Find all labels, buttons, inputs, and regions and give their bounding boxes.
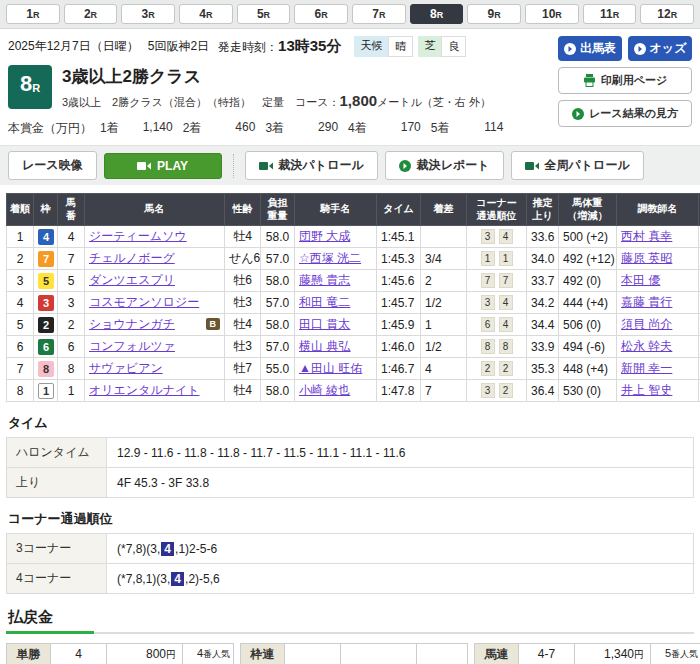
corner-order-chip: 8 — [481, 339, 495, 354]
last-3f: 34.2 — [527, 292, 559, 314]
last-3f: 33.6 — [527, 226, 559, 248]
jockey-link[interactable]: 和田 竜二 — [299, 295, 350, 309]
race-tab[interactable]: 11R — [583, 4, 637, 24]
race-tab[interactable]: 9R — [467, 4, 521, 24]
jockey-cell: ☆西塚 洸二 — [295, 248, 377, 270]
race-tab-suffix: R — [206, 10, 213, 20]
corner-order-chip: 2 — [499, 361, 513, 376]
trainer-cell: 藤原 英昭 — [617, 248, 699, 270]
finish-position: 3 — [7, 270, 34, 292]
payout-table-left: 単勝 4 800円 4番人気 複勝 4 200円 3番人気 7 160円 2番人… — [6, 643, 234, 664]
race-tab[interactable]: 6R — [294, 4, 348, 24]
jockey-link[interactable]: 横山 典弘 — [299, 339, 350, 353]
horse-name-link[interactable]: ショウナンガチ — [89, 317, 175, 331]
results-guide-button[interactable]: レース結果の見方 — [558, 100, 692, 127]
trainer-link[interactable]: 須貝 尚介 — [621, 317, 672, 331]
trainer-link[interactable]: 嘉藤 貴行 — [621, 295, 672, 309]
horse-name-cell: チェルノボーグ — [85, 248, 225, 270]
race-tab[interactable]: 3R — [121, 4, 175, 24]
odds-button[interactable]: オッズ — [628, 36, 692, 61]
corner-order-cell: 22 — [467, 358, 527, 380]
prize-item: 5着114 — [431, 120, 514, 137]
finish-time: 1:45.3 — [377, 248, 421, 270]
horse-name-link[interactable]: コスモアンソロジー — [89, 295, 199, 309]
corner-table: 3コーナー (*7,8)(3,4,1)2-5-6 4コーナー (*7,8,1)(… — [6, 533, 694, 594]
prize-item: 1着1,140 — [100, 120, 183, 137]
print-page-button[interactable]: 印刷用ページ — [558, 67, 692, 94]
horse-name-cell: コスモアンソロジー — [85, 292, 225, 314]
turf-condition: 良 — [441, 36, 466, 57]
horse-name-link[interactable]: ジーティームソウ — [89, 229, 187, 243]
race-tab[interactable]: 8R — [410, 4, 464, 24]
camera-icon — [259, 161, 273, 171]
trainer-link[interactable]: 新開 幸一 — [621, 361, 672, 375]
stewards-report-button[interactable]: 裁決レポート — [385, 151, 504, 180]
race-tab[interactable]: 10R — [525, 4, 579, 24]
race-tab-suffix: R — [437, 10, 444, 20]
corner-order-chip: 3 — [481, 229, 495, 244]
trainer-link[interactable]: 松永 幹夫 — [621, 339, 672, 353]
time-table: ハロンタイム 12.9 - 11.6 - 11.8 - 11.8 - 11.7 … — [6, 437, 694, 498]
horse-name-link[interactable]: ダンツエスプリ — [89, 273, 175, 287]
race-tab[interactable]: 7R — [352, 4, 406, 24]
table-row: 8 1 1 オリエンタルナイト 牡4 58.0 小崎 綾也 1:47.8 7 3… — [7, 380, 700, 402]
jockey-link[interactable]: 小崎 綾也 — [299, 383, 350, 397]
tansho-label: 単勝 — [7, 644, 51, 664]
all-round-patrol-button[interactable]: 全周パトロール — [511, 151, 644, 180]
trainer-cell: 嘉藤 貴行 — [617, 292, 699, 314]
horse-name-cell: オリエンタルナイト — [85, 380, 225, 402]
corner-order-chip: 6 — [481, 317, 495, 332]
race-tab-number: 4 — [199, 7, 206, 21]
trainer-link[interactable]: 本田 優 — [621, 273, 660, 287]
horse-weight: 494 (-6) — [559, 336, 617, 358]
jockey-link[interactable]: ☆西塚 洸二 — [299, 251, 361, 265]
horse-number: 8 — [58, 358, 85, 380]
weather-value: 晴 — [388, 36, 413, 57]
carried-weight: 58.0 — [261, 380, 295, 402]
play-button[interactable]: PLAY — [104, 153, 222, 179]
race-tab[interactable]: 2R — [64, 4, 118, 24]
trainer-link[interactable]: 井上 智史 — [621, 383, 672, 397]
race-date: 2025年12月7日（日曜） — [8, 38, 139, 55]
corner-order-chip: 7 — [481, 273, 495, 288]
last-3f: 33.7 — [527, 270, 559, 292]
trainer-link[interactable]: 藤原 英昭 — [621, 251, 672, 265]
race-tab[interactable]: 1R — [6, 4, 60, 24]
race-date-row: 2025年12月7日（日曜） 5回阪神2日 発走時刻：13時35分 天候晴 芝良 — [8, 36, 550, 57]
jockey-cell: 藤懸 貴志 — [295, 270, 377, 292]
carried-weight: 55.0 — [261, 358, 295, 380]
frame-badge: 5 — [38, 273, 54, 289]
horse-name-link[interactable]: チェルノボーグ — [89, 251, 175, 265]
trainer-cell: 須貝 尚介 — [617, 314, 699, 336]
payout-row-tansho: 単勝 4 800円 4番人気 — [7, 644, 234, 664]
frame-cell: 2 — [34, 314, 58, 336]
race-tab[interactable]: 4R — [179, 4, 233, 24]
carried-weight: 58.0 — [261, 226, 295, 248]
race-tab-suffix: R — [671, 10, 678, 20]
horse-name-link[interactable]: コンフォルツァ — [89, 339, 175, 353]
turf-label: 芝 — [418, 36, 441, 57]
race-video-button[interactable]: レース映像 — [8, 151, 97, 180]
trainer-link[interactable]: 西村 真幸 — [621, 229, 672, 243]
corner-order-chip: 8 — [499, 339, 513, 354]
race-tab[interactable]: 12R — [640, 4, 694, 24]
printer-icon — [583, 74, 596, 87]
jockey-cell: 団野 大成 — [295, 226, 377, 248]
race-tab-number: 10 — [542, 7, 555, 21]
stewards-patrol-button[interactable]: 裁決パトロール — [245, 151, 378, 180]
horse-number: 1 — [58, 380, 85, 402]
corner-order-chip: 3 — [481, 383, 495, 398]
race-tab[interactable]: 5R — [237, 4, 291, 24]
horse-name-link[interactable]: オリエンタルナイト — [89, 383, 200, 397]
corner-order-chip: 2 — [481, 361, 495, 376]
jockey-link[interactable]: ▲田山 旺佑 — [299, 361, 362, 375]
corner4-label: 4コーナー — [7, 564, 107, 594]
divider — [233, 154, 234, 178]
jockey-link[interactable]: 田口 貫太 — [299, 317, 350, 331]
jockey-link[interactable]: 団野 大成 — [299, 229, 350, 243]
horse-name-link[interactable]: サヴァビアン — [89, 361, 163, 375]
entries-button[interactable]: 出馬表 — [558, 36, 622, 61]
jockey-link[interactable]: 藤懸 貴志 — [299, 273, 350, 287]
weather-badges: 天候晴 芝良 — [354, 36, 466, 57]
horse-number: 6 — [58, 336, 85, 358]
